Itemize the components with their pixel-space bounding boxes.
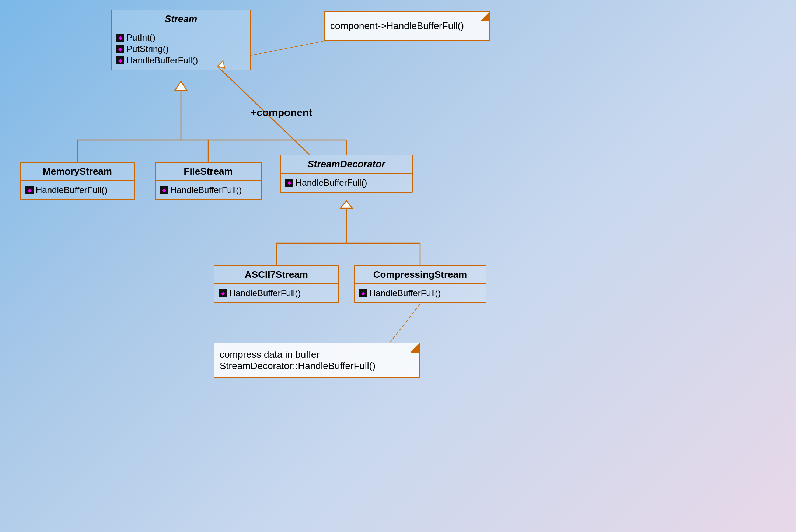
compressing-stream-class-name: CompressingStream: [355, 266, 486, 284]
stream-method-3: HandleBufferFull(): [116, 55, 246, 66]
stream-class-body: PutInt() PutString() HandleBufferFull(): [112, 28, 250, 70]
svg-marker-5: [175, 81, 187, 90]
compressing-stream-method-1: HandleBufferFull(): [359, 288, 481, 298]
method-icon-cs: [359, 289, 367, 297]
method-icon-ms: [25, 186, 34, 194]
method-icon-a7: [219, 289, 227, 297]
stream-method-2: PutString(): [116, 44, 246, 54]
method-icon-fs: [160, 186, 168, 194]
method-icon-sd: [285, 179, 293, 187]
file-stream-method-1: HandleBufferFull(): [160, 185, 256, 195]
compressing-stream-class-box: CompressingStream HandleBufferFull(): [354, 265, 486, 303]
method-icon-2: [116, 45, 124, 53]
stream-class-name: Stream: [112, 10, 250, 28]
memory-stream-class-body: HandleBufferFull(): [21, 181, 134, 199]
note-compress-text: compress data in buffer StreamDecorator:…: [220, 349, 376, 372]
stream-class-box: Stream PutInt() PutString() HandleBuffer…: [111, 10, 251, 70]
compressing-stream-class-body: HandleBufferFull(): [355, 284, 486, 302]
stream-method-1: PutInt(): [116, 32, 246, 43]
svg-line-13: [251, 41, 328, 55]
ascii7-stream-class-box: ASCII7Stream HandleBufferFull(): [214, 265, 339, 303]
note-handle-buffer-full-text: component->HandleBufferFull(): [330, 20, 464, 32]
method-icon-1: [116, 34, 124, 42]
svg-line-14: [387, 304, 420, 346]
component-label: +component: [251, 107, 312, 119]
file-stream-class-box: FileStream HandleBufferFull(): [155, 162, 262, 200]
stream-decorator-method-1: HandleBufferFull(): [285, 178, 408, 188]
note-compress: compress data in buffer StreamDecorator:…: [214, 343, 420, 378]
svg-marker-12: [341, 201, 352, 208]
ascii7-stream-class-body: HandleBufferFull(): [214, 284, 338, 302]
memory-stream-class-name: MemoryStream: [21, 163, 134, 181]
stream-decorator-class-name: StreamDecorator: [281, 155, 412, 174]
stream-decorator-class-box: StreamDecorator HandleBufferFull(): [280, 155, 413, 193]
memory-stream-class-box: MemoryStream HandleBufferFull(): [20, 162, 135, 200]
stream-decorator-class-body: HandleBufferFull(): [281, 174, 412, 192]
ascii7-stream-class-name: ASCII7Stream: [214, 266, 338, 284]
ascii7-stream-method-1: HandleBufferFull(): [219, 288, 334, 298]
memory-stream-method-1: HandleBufferFull(): [25, 185, 129, 195]
file-stream-class-body: HandleBufferFull(): [156, 181, 261, 199]
file-stream-class-name: FileStream: [156, 163, 261, 181]
method-icon-3: [116, 56, 124, 64]
note-handle-buffer-full: component->HandleBufferFull(): [324, 11, 490, 41]
